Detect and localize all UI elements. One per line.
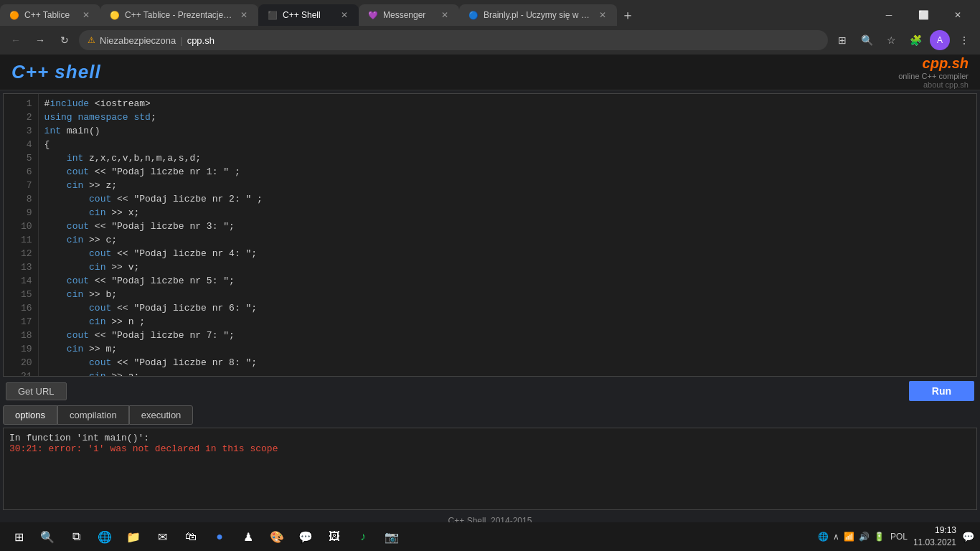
get-url-button[interactable]: Get URL: [6, 382, 67, 400]
edge-icon[interactable]: 🌐: [92, 524, 118, 550]
line-numbers: 1234567891011121314151617181920212223242…: [4, 94, 39, 376]
extensions-icon[interactable]: 🧩: [905, 30, 925, 50]
tab-options[interactable]: options: [3, 405, 57, 425]
security-label: Niezabezpieczona: [100, 35, 176, 46]
tab-cpp-shell[interactable]: ⬛ C++ Shell ✕: [258, 4, 359, 26]
taskbar-left: ⊞ 🔍 ⧉ 🌐 📁 ✉ 🛍 ● ♟ 🎨 💬 🖼 ♪ 📷: [6, 524, 405, 550]
new-tab-button[interactable]: ＋: [617, 4, 639, 26]
tab-title-1: C++ Tablice: [24, 10, 76, 20]
menu-icon[interactable]: ⋮: [954, 30, 974, 50]
bottom-bar: Get URL Run: [0, 377, 980, 405]
window-controls: ─ ⬜ ✕: [867, 4, 980, 26]
file-explorer-icon[interactable]: 📁: [121, 524, 146, 550]
tab-favicon-5: 🔵: [468, 9, 479, 21]
taskbar-right: 🌐 ∧ 📶 🔊 🔋 POL 19:13 11.03.2021 💬: [818, 524, 974, 549]
close-button[interactable]: ✕: [941, 4, 974, 26]
task-view-button[interactable]: ⧉: [63, 524, 89, 550]
clock-time: 19:13: [913, 524, 956, 537]
photos-icon[interactable]: 🖼: [321, 524, 347, 550]
tab-close-3[interactable]: ✕: [339, 9, 350, 21]
tab-compilation[interactable]: compilation: [57, 405, 129, 425]
tab-favicon-4: 💜: [367, 9, 379, 21]
tab-close-4[interactable]: ✕: [439, 9, 451, 21]
search-button[interactable]: 🔍: [34, 524, 60, 550]
address-bar: ← → ↻ ⚠ Niezabezpieczona | cpp.sh ⊞ 🔍 ☆ …: [0, 26, 980, 55]
tab-favicon-3: ⬛: [267, 9, 278, 21]
tab-messenger[interactable]: 💜 Messenger ✕: [359, 4, 459, 26]
site-about-link[interactable]: about cpp.sh: [898, 80, 969, 89]
tab-title-4: Messenger: [383, 10, 435, 20]
tab-bar: 🟠 C++ Tablice ✕ 🟡 C++ Tablice - Prezenta…: [0, 0, 980, 26]
messenger-icon[interactable]: 💬: [293, 524, 319, 550]
paint-icon[interactable]: 🎨: [264, 524, 290, 550]
notification-icon[interactable]: 💬: [962, 531, 974, 542]
site-brand-name: cpp.sh: [898, 55, 969, 72]
tab-close-5[interactable]: ✕: [597, 9, 608, 21]
maximize-button[interactable]: ⬜: [907, 4, 940, 26]
volume-icon: 🔊: [859, 532, 870, 542]
steam-icon[interactable]: ♟: [235, 524, 261, 550]
back-button[interactable]: ←: [6, 30, 26, 50]
tab-close-1[interactable]: ✕: [80, 9, 92, 21]
site-brand: cpp.sh online C++ compiler about cpp.sh: [898, 55, 969, 89]
output-area: In function 'int main()':30:21: error: '…: [3, 428, 977, 510]
chrome-icon[interactable]: ●: [207, 524, 232, 550]
reload-button[interactable]: ↻: [55, 30, 75, 50]
site-logo: C++ shell: [11, 61, 101, 83]
page-content: C++ shell cpp.sh online C++ compiler abo…: [0, 55, 980, 529]
start-button[interactable]: ⊞: [6, 524, 32, 550]
language-indicator: POL: [890, 532, 908, 542]
tab-cpp-tablice[interactable]: 🟠 C++ Tablice ✕: [0, 4, 100, 26]
clock-date: 11.03.2021: [913, 537, 956, 549]
arrow-up-icon: ∧: [833, 532, 839, 542]
code-editor: 1234567891011121314151617181920212223242…: [3, 93, 977, 377]
tab-favicon-1: 🟠: [9, 9, 20, 21]
address-input[interactable]: ⚠ Niezabezpieczona | cpp.sh: [79, 30, 828, 50]
taskbar-clock: 19:13 11.03.2021: [913, 524, 956, 549]
tab-favicon-2: 🟡: [109, 9, 121, 21]
tab-title-2: C++ Tablice - Prezentacje Goo...: [125, 10, 234, 20]
run-button[interactable]: Run: [909, 381, 974, 401]
address-separator: |: [180, 35, 182, 46]
network-icon: 📶: [844, 532, 854, 542]
translate-icon[interactable]: ⊞: [832, 30, 852, 50]
mail-icon[interactable]: ✉: [149, 524, 175, 550]
site-header: C++ shell cpp.sh online C++ compiler abo…: [0, 55, 980, 90]
tab-close-2[interactable]: ✕: [238, 9, 250, 21]
tab-execution[interactable]: execution: [129, 405, 194, 425]
store-icon[interactable]: 🛍: [178, 524, 204, 550]
bookmark-icon[interactable]: ☆: [881, 30, 901, 50]
address-url: cpp.sh: [187, 35, 215, 46]
taskbar: ⊞ 🔍 ⧉ 🌐 📁 ✉ 🛍 ● ♟ 🎨 💬 🖼 ♪ 📷 🌐 ∧ 📶 🔊 🔋 PO…: [0, 522, 980, 551]
tab-title-5: Brainly.pl - Uczymy się w grup...: [484, 10, 593, 20]
site-logo-text: C++ shell: [11, 61, 101, 83]
minimize-button[interactable]: ─: [872, 4, 905, 26]
zoom-icon[interactable]: 🔍: [857, 30, 877, 50]
tab-cpp-tablice-prezentacje[interactable]: 🟡 C++ Tablice - Prezentacje Goo... ✕: [100, 4, 258, 26]
code-content[interactable]: #include <iostream>using namespace std;i…: [39, 94, 976, 376]
output-tabs: options compilation execution: [0, 405, 980, 425]
site-brand-sub: online C++ compiler: [898, 72, 969, 80]
tab-brainly[interactable]: 🔵 Brainly.pl - Uczymy się w grup... ✕: [459, 4, 617, 26]
battery-icon: 🔋: [874, 532, 885, 542]
avatar-icon[interactable]: A: [930, 30, 950, 50]
forward-button[interactable]: →: [30, 30, 50, 50]
spotify-icon[interactable]: ♪: [350, 524, 376, 550]
globe-icon: 🌐: [818, 532, 829, 542]
system-tray: 🌐 ∧ 📶 🔊 🔋: [818, 532, 885, 542]
camera-icon[interactable]: 📷: [379, 524, 405, 550]
security-icon: ⚠: [88, 35, 95, 45]
tab-title-3: C++ Shell: [283, 10, 334, 20]
